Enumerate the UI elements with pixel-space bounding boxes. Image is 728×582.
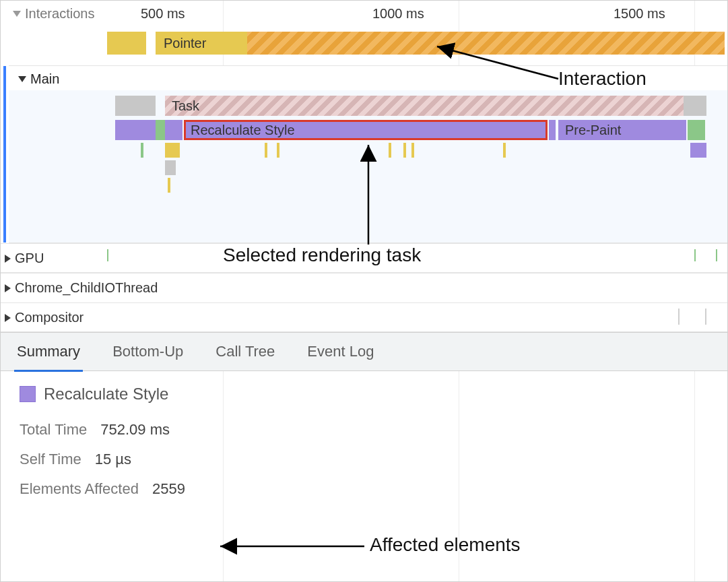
flame-bar[interactable] <box>277 143 279 158</box>
chevron-down-icon <box>18 76 26 82</box>
flame-bar[interactable] <box>503 143 506 158</box>
ruler-tick: 500 ms <box>141 6 185 22</box>
chevron-right-icon <box>5 284 11 292</box>
pointer-label: Pointer <box>164 36 206 51</box>
flame-bar[interactable] <box>165 120 183 140</box>
flame-bar[interactable] <box>688 120 705 140</box>
chevron-right-icon <box>5 255 11 263</box>
gpu-tick <box>107 249 108 261</box>
gpu-tick <box>716 249 717 261</box>
childio-track[interactable]: Chrome_ChildIOThread <box>1 273 727 302</box>
ruler-tick: 1500 ms <box>614 6 665 22</box>
self-time-value: 15 µs <box>95 451 131 468</box>
self-time-label: Self Time <box>20 451 81 468</box>
flame-bar[interactable] <box>411 143 414 158</box>
flame-bar[interactable] <box>389 143 391 158</box>
flame-bar[interactable] <box>141 143 143 158</box>
pointer-bar[interactable]: Pointer <box>156 32 725 55</box>
track-label: GPU <box>15 251 44 266</box>
summary-panel: Recalculate Style Total Time 752.09 ms S… <box>1 371 727 581</box>
track-label: Interactions <box>25 6 94 22</box>
annotation-interaction: Interaction <box>558 68 647 90</box>
flame-bar[interactable] <box>165 143 180 158</box>
flame-bar[interactable] <box>168 178 170 193</box>
annotation-affected: Affected elements <box>370 534 521 556</box>
color-swatch <box>20 386 36 402</box>
summary-title: Recalculate Style <box>44 385 168 403</box>
elements-affected-label: Elements Affected <box>20 480 139 498</box>
interaction-marker[interactable] <box>107 32 146 55</box>
flame-bar[interactable] <box>549 120 556 140</box>
total-time-label: Total Time <box>20 421 87 439</box>
prepaint-label: Pre-Paint <box>565 123 621 138</box>
chevron-right-icon <box>5 314 11 322</box>
track-label: Chrome_ChildIOThread <box>15 280 158 296</box>
flame-bar[interactable] <box>156 120 165 140</box>
flame-bar[interactable] <box>115 120 156 140</box>
total-time-value: 752.09 ms <box>100 421 170 439</box>
recalc-label: Recalculate Style <box>191 123 295 138</box>
interactions-track[interactable]: Pointer <box>1 29 727 59</box>
flame-bar[interactable] <box>690 143 706 158</box>
main-track[interactable]: Main Task Recalculate Style Pre-Paint <box>9 65 727 243</box>
tab-bottom-up[interactable]: Bottom-Up <box>112 332 183 371</box>
compositor-tick <box>678 309 680 325</box>
recalculate-style-bar[interactable]: Recalculate Style <box>184 120 548 140</box>
track-header-interactions[interactable]: Interactions <box>13 5 98 23</box>
pre-paint-bar[interactable]: Pre-Paint <box>558 120 686 140</box>
compositor-tick <box>705 309 706 325</box>
flame-bar[interactable] <box>115 96 156 116</box>
track-label: Compositor <box>15 310 84 325</box>
elements-affected-value: 2559 <box>152 480 185 498</box>
task-bar[interactable]: Task <box>165 96 704 116</box>
tab-event-log[interactable]: Event Log <box>307 332 374 371</box>
flame-bar[interactable] <box>265 143 267 158</box>
flame-bar[interactable] <box>165 160 176 175</box>
flame-bar[interactable] <box>684 96 706 116</box>
annotation-selected-task: Selected rendering task <box>223 245 421 266</box>
track-label: Main <box>30 71 59 87</box>
flame-bar[interactable] <box>403 143 406 158</box>
chevron-down-icon <box>13 11 21 17</box>
tab-call-tree[interactable]: Call Tree <box>216 332 275 371</box>
gpu-tick <box>694 249 696 261</box>
ruler-tick: 1000 ms <box>372 6 424 22</box>
details-tabs: Summary Bottom-Up Call Tree Event Log <box>1 332 727 371</box>
track-header-main[interactable]: Main <box>18 70 63 88</box>
task-label: Task <box>172 98 199 114</box>
timeline-ruler: Interactions 500 ms 1000 ms 1500 ms <box>1 1 727 26</box>
compositor-track[interactable]: Compositor <box>1 302 727 332</box>
tab-summary[interactable]: Summary <box>17 332 80 371</box>
